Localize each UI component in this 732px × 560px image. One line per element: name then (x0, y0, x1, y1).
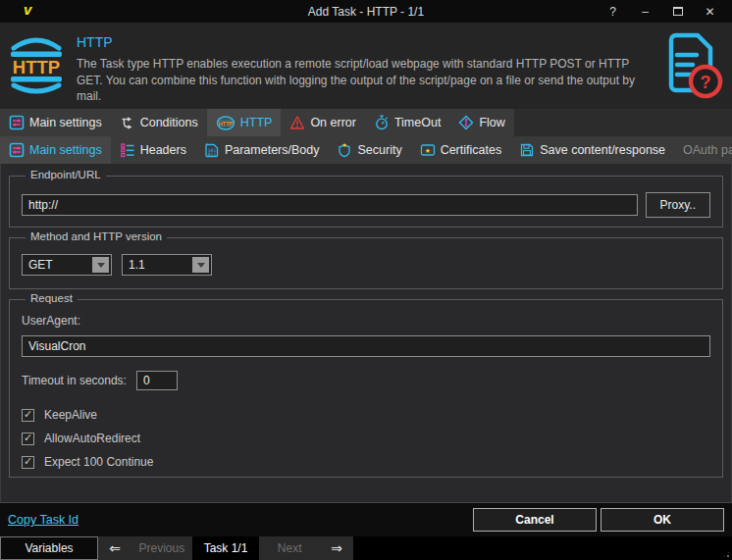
group-label: Method and HTTP version (26, 230, 167, 242)
useragent-label: UserAgent: (22, 314, 710, 328)
dialog-footer: Copy Task Id Cancel OK (0, 503, 732, 536)
next-button[interactable]: Next (259, 541, 320, 555)
proxy-button[interactable]: Proxy.. (646, 192, 710, 218)
flow-diamond-icon (458, 115, 474, 130)
request-group: Request UserAgent: Timeout in seconds: K… (9, 299, 723, 478)
endpoint-url-input[interactable] (22, 194, 638, 216)
stopwatch-icon (374, 115, 390, 130)
subtab-save-content-response[interactable]: Save content/response (510, 136, 674, 164)
keepalive-row: KeepAlive (22, 408, 710, 422)
svg-text:HTTP: HTTP (218, 120, 233, 126)
title-bar: v Add Task - HTTP - 1/1 ? – ✕ (0, 0, 732, 23)
sliders-icon (9, 142, 25, 158)
subtab-oauth-parameters: OAuth parameters (674, 136, 732, 164)
close-button[interactable]: ✕ (694, 5, 726, 19)
subtab-headers[interactable]: Headers (111, 136, 195, 164)
add-task-http-dialog: v Add Task - HTTP - 1/1 ? – ✕ HTTP HTTP … (0, 0, 732, 560)
next-arrow-icon[interactable]: ⇒ (320, 540, 353, 556)
expect100-checkbox[interactable] (22, 456, 34, 469)
svg-text:011: 011 (208, 152, 217, 157)
cancel-button[interactable]: Cancel (473, 508, 597, 532)
subtab-main-settings[interactable]: Main settings (0, 136, 111, 164)
primary-tab-bar: Main settings Conditions HTTP (0, 109, 732, 136)
expect100-label: Expect 100 Continue (44, 455, 153, 469)
maximize-icon (673, 7, 683, 16)
minimize-button[interactable]: – (629, 5, 661, 19)
window-controls: ? – ✕ (597, 0, 726, 23)
shield-icon: ★ (337, 142, 352, 158)
http-version-select[interactable]: 1.1 (122, 254, 212, 276)
chevron-down-icon[interactable] (92, 257, 109, 273)
task-navigation: ⇐ Previous Task 1/1 Next ⇒ (98, 536, 353, 560)
svg-text:★: ★ (342, 142, 347, 148)
warning-triangle-icon (289, 115, 305, 130)
help-button[interactable]: ? (597, 5, 629, 19)
tab-flow[interactable]: Flow (449, 109, 513, 136)
tab-on-error[interactable]: On error (281, 109, 365, 136)
tab-main-settings[interactable]: Main settings (0, 109, 111, 136)
branch-arrows-icon (120, 115, 135, 130)
task-description-block: HTTP The Task type HTTP enables executio… (77, 30, 652, 109)
document-help-icon: ? (659, 30, 724, 101)
subtab-parameters-body[interactable]: 101 011 Parameters/Body (195, 136, 329, 164)
copy-task-id-link[interactable]: Copy Task Id (8, 513, 78, 527)
keepalive-checkbox[interactable] (22, 409, 34, 422)
endpoint-url-group: Endpoint/URL Proxy.. (9, 176, 723, 228)
svg-text:★: ★ (425, 147, 431, 154)
ok-button[interactable]: OK (601, 508, 724, 532)
svg-text:?: ? (701, 73, 711, 92)
secondary-tab-bar: Main settings Headers 101 011 (0, 136, 732, 164)
tab-timeout[interactable]: TimeOut (365, 109, 449, 136)
maximize-button[interactable] (661, 5, 694, 19)
sliders-icon (9, 115, 25, 130)
list-icon (120, 142, 135, 158)
variables-button[interactable]: Variables (0, 536, 98, 560)
method-select[interactable]: GET (22, 254, 112, 276)
timeout-input[interactable] (136, 371, 178, 390)
tab-conditions[interactable]: Conditions (111, 109, 207, 136)
method-version-group: Method and HTTP version GET 1.1 (9, 237, 723, 289)
task-type-description: The Task type HTTP enables execution a r… (77, 56, 651, 105)
http-settings-panel: Endpoint/URL Proxy.. Method and HTTP ver… (0, 164, 732, 503)
useragent-input[interactable] (22, 335, 710, 357)
expect100-row: Expect 100 Continue (22, 455, 710, 469)
floppy-icon (519, 142, 535, 158)
task-type-title: HTTP (77, 34, 652, 50)
chevron-down-icon[interactable] (192, 257, 209, 273)
allowautoredirect-checkbox[interactable] (22, 433, 34, 445)
binary-card-icon: 101 011 (204, 142, 220, 158)
keepalive-label: KeepAlive (44, 408, 97, 422)
previous-button[interactable]: Previous (131, 541, 192, 555)
allowautoredirect-row: AllowAutoRedirect (22, 432, 710, 445)
subtab-security[interactable]: ★ Security (328, 136, 410, 164)
previous-arrow-icon[interactable]: ⇐ (98, 540, 131, 556)
subtab-certificates[interactable]: ★ Certificates (411, 136, 511, 164)
timeout-label: Timeout in seconds: (22, 374, 127, 387)
http-globe-icon: HTTP (6, 30, 67, 95)
certificate-icon: ★ (420, 142, 436, 158)
group-label: Endpoint/URL (26, 169, 106, 180)
tab-http[interactable]: HTTP HTTP (207, 109, 282, 136)
resize-grip[interactable] (722, 550, 731, 559)
http-globe-icon: HTTP (216, 116, 235, 130)
status-bar: Variables ⇐ Previous Task 1/1 Next ⇒ (0, 536, 732, 560)
group-label: Request (26, 292, 78, 304)
allowautoredirect-label: AllowAutoRedirect (44, 432, 140, 445)
task-position-indicator: Task 1/1 (192, 536, 260, 560)
svg-text:HTTP: HTTP (13, 57, 60, 77)
task-header: HTTP HTTP The Task type HTTP enables exe… (0, 23, 732, 109)
